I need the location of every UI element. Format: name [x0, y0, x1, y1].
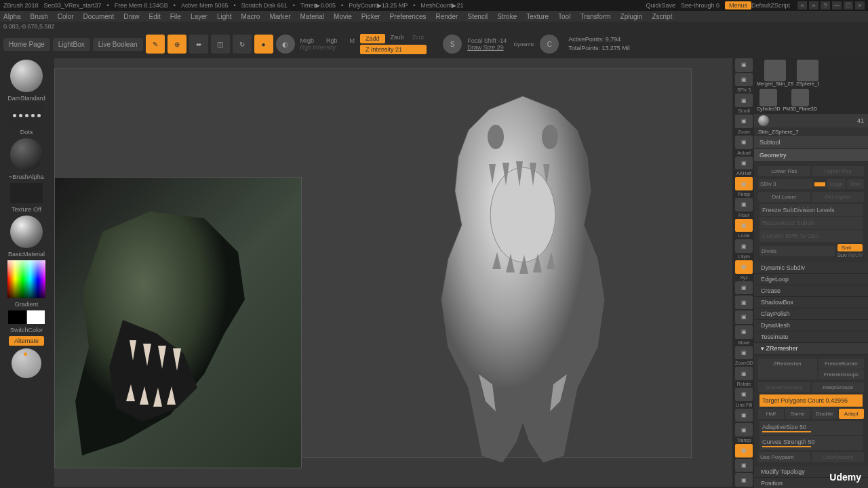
solo-icon[interactable]: ▣: [735, 459, 753, 472]
polyf-icon[interactable]: ▣: [735, 409, 753, 422]
rgb-intensity-slider[interactable]: Rgb Intensity: [300, 44, 355, 51]
scroll-icon[interactable]: ▣: [735, 94, 753, 107]
convert-bpr-button[interactable]: Convert BPR To Geo: [760, 230, 863, 242]
menu-layer[interactable]: Layer: [191, 13, 208, 20]
bpr-icon[interactable]: ▣: [735, 58, 753, 72]
move-tool-icon[interactable]: ⬌: [189, 35, 208, 54]
double-button[interactable]: Double: [812, 409, 837, 419]
move-icon[interactable]: ▣: [735, 325, 753, 339]
rstr-toggle[interactable]: Rstr: [847, 179, 864, 189]
draw-icon[interactable]: ⊕: [167, 35, 186, 54]
lsym-icon[interactable]: ▣: [735, 239, 753, 253]
section-geometry[interactable]: Geometry: [754, 149, 868, 162]
menu-light[interactable]: Light: [217, 13, 232, 20]
minimize-icon[interactable]: —: [832, 1, 842, 9]
liveboolean-button[interactable]: Live Boolean: [93, 38, 143, 51]
freezeborder-toggle[interactable]: FreezeBorder: [818, 359, 864, 369]
close-icon[interactable]: ×: [855, 1, 865, 9]
menu-tool[interactable]: Tool: [558, 13, 570, 20]
maximize-icon[interactable]: □: [844, 1, 853, 9]
reconstruct-button[interactable]: Reconstruct Subdiv: [760, 217, 863, 229]
section-subtool[interactable]: Subtool: [754, 136, 868, 149]
sculptris-icon[interactable]: ◐: [276, 35, 295, 54]
menu-preferences[interactable]: Preferences: [390, 13, 427, 20]
menu-color[interactable]: Color: [58, 13, 74, 20]
preview-sphere-icon[interactable]: [12, 348, 41, 378]
fit-icon[interactable]: ▣: [735, 281, 753, 295]
material-preview-icon[interactable]: [10, 216, 43, 248]
texture-slot-icon[interactable]: [10, 183, 43, 203]
focal-shift-slider[interactable]: Focal Shift -14: [467, 37, 507, 44]
xpose2-icon[interactable]: ▣: [735, 473, 753, 487]
floor-icon[interactable]: ▣: [735, 198, 753, 211]
dynamic-toggle[interactable]: Dynamic: [513, 41, 534, 47]
sdiv-slider[interactable]: SDiv 3: [758, 179, 813, 189]
suv-toggle[interactable]: Suv: [837, 252, 847, 258]
adapt-toggle[interactable]: Adapt: [839, 409, 865, 419]
aahalf-icon[interactable]: ▣: [735, 157, 753, 170]
divide-button[interactable]: Divide: [760, 246, 835, 256]
zremesher-button[interactable]: ZRemesher: [758, 359, 817, 380]
z-intensity-slider[interactable]: Z Intensity 21: [360, 45, 427, 54]
quicksave-button[interactable]: QuickSave: [646, 2, 675, 9]
edit-icon[interactable]: ✎: [146, 35, 165, 54]
seethrough-slider[interactable]: See-through 0: [681, 2, 719, 9]
menu-brush[interactable]: Brush: [31, 13, 48, 20]
same-button[interactable]: Same: [785, 409, 811, 419]
sub-claypolish[interactable]: ClayPolish: [754, 308, 868, 320]
tool-thumb-merged[interactable]: [764, 60, 786, 81]
menu-file[interactable]: File: [170, 13, 181, 20]
zoom-icon[interactable]: ▣: [735, 115, 753, 128]
menu-texture[interactable]: Texture: [526, 13, 549, 20]
menu-zplugin[interactable]: Zplugin: [620, 13, 643, 20]
keepgroups-toggle[interactable]: KeepGroups: [812, 382, 864, 392]
menu-stroke[interactable]: Stroke: [497, 13, 517, 20]
gradient-label[interactable]: Gradient: [15, 301, 39, 308]
spix-icon[interactable]: ▣: [735, 73, 753, 87]
del-lower-button[interactable]: Del Lower: [758, 192, 810, 202]
m-toggle[interactable]: M: [350, 37, 355, 44]
zcut-toggle[interactable]: Zcut: [412, 34, 425, 43]
mrgb-toggle[interactable]: Mrgb: [300, 37, 315, 44]
help-icon[interactable]: ?: [821, 1, 830, 9]
half-button[interactable]: Half: [758, 409, 784, 419]
persp-icon[interactable]: ▣: [735, 177, 753, 190]
alpha-preview-icon[interactable]: [10, 138, 43, 171]
actual-icon[interactable]: ▣: [735, 136, 753, 149]
zadd-toggle[interactable]: Zadd: [360, 34, 385, 43]
menu-alpha[interactable]: Alpha: [3, 13, 21, 20]
zoom3d-icon[interactable]: ▣: [735, 346, 753, 360]
brush-preview-icon[interactable]: [10, 60, 43, 92]
menu-marker[interactable]: Marker: [269, 13, 290, 20]
lightbox-button[interactable]: LightBox: [53, 38, 90, 51]
stroke-preview-icon[interactable]: [10, 104, 43, 126]
tool-thumb-cylinder[interactable]: [760, 89, 777, 106]
menu-document[interactable]: Document: [83, 13, 115, 20]
menu-macro[interactable]: Macro: [241, 13, 260, 20]
sub-shadowbox[interactable]: ShadowBox: [754, 297, 868, 308]
menu-stencil[interactable]: Stencil: [467, 13, 488, 20]
cage-toggle[interactable]: Cage: [827, 179, 846, 189]
frame-icon[interactable]: ▣: [735, 296, 753, 309]
sub-edgeloop[interactable]: EdgeLoop: [754, 274, 868, 285]
menu-zscript[interactable]: Zscript: [652, 13, 672, 20]
model-mesh[interactable]: [380, 89, 665, 469]
transp-icon[interactable]: ▣: [735, 423, 753, 436]
zsub-toggle[interactable]: Zsub: [391, 34, 404, 43]
menu-render[interactable]: Render: [436, 13, 458, 20]
freeze-subdiv-button[interactable]: Freeze SubDivision Levels: [760, 204, 863, 216]
rgb-toggle[interactable]: Rgb: [326, 37, 338, 44]
tool-thumb-plane[interactable]: [791, 89, 809, 106]
rotate-tool-icon[interactable]: ↻: [233, 35, 252, 54]
xyz2-icon[interactable]: ▣: [735, 310, 753, 324]
colordensity-slider[interactable]: ColorDensity: [812, 452, 864, 462]
sub-dynamesh[interactable]: DynaMesh: [754, 320, 868, 331]
target-polygons-slider[interactable]: Target Polygons Count 0.42996: [760, 394, 863, 407]
menu-picker[interactable]: Picker: [361, 13, 380, 20]
default-zscript[interactable]: DefaultZScript: [751, 2, 790, 9]
ghost-icon[interactable]: ▣: [735, 444, 753, 458]
use-polypaint-toggle[interactable]: Use Polypaint: [758, 452, 810, 462]
scale-tool-icon[interactable]: ◫: [211, 35, 230, 54]
reuv-toggle[interactable]: ReUV: [848, 252, 863, 258]
c-dial-icon[interactable]: C: [540, 35, 559, 54]
